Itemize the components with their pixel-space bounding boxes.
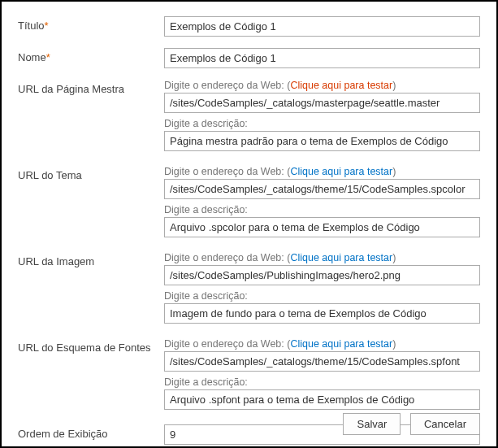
test-link-font[interactable]: Clique aqui para testar <box>290 338 392 350</box>
hint-font-desc: Digite a descrição: <box>164 376 480 388</box>
row-image-url: URL da Imagem Digite o endereço da Web: … <box>18 252 480 324</box>
row-font-url: URL do Esquema de Fontes Digite o endere… <box>18 338 480 410</box>
title-input[interactable] <box>164 16 480 37</box>
row-theme-url: URL do Tema Digite o endereço da Web: (C… <box>18 166 480 237</box>
row-master-url: URL da Página Mestra Digite o endereço d… <box>18 80 480 151</box>
form-frame: Título* Nome* URL da Página Mestra Digit… <box>0 0 498 448</box>
master-desc-input[interactable] <box>164 131 480 151</box>
test-link-theme[interactable]: Clique aqui para testar <box>290 166 392 177</box>
required-mark: * <box>46 51 50 63</box>
label-name: Nome* <box>18 48 164 63</box>
row-name: Nome* <box>18 48 480 68</box>
save-button[interactable]: Salvar <box>343 413 401 435</box>
theme-url-input[interactable] <box>164 179 480 199</box>
cancel-button[interactable]: Cancelar <box>410 413 480 435</box>
label-image-url: URL da Imagem <box>18 252 164 267</box>
button-bar: Salvar Cancelar <box>336 413 480 435</box>
image-url-input[interactable] <box>164 265 480 285</box>
image-desc-input[interactable] <box>164 303 480 324</box>
test-link-master[interactable]: Clique aqui para testar <box>290 80 392 91</box>
label-master-url: URL da Página Mestra <box>18 80 164 95</box>
master-url-input[interactable] <box>164 93 480 113</box>
hint-theme-desc: Digite a descrição: <box>164 204 480 215</box>
hint-image-address: Digite o endereço da Web: (Clique aqui p… <box>164 252 480 263</box>
hint-font-address: Digite o endereço da Web: (Clique aqui p… <box>164 338 480 350</box>
hint-image-desc: Digite a descrição: <box>164 290 480 302</box>
hint-master-desc: Digite a descrição: <box>164 118 480 129</box>
font-desc-input[interactable] <box>164 389 480 410</box>
required-mark: * <box>45 20 49 32</box>
name-input[interactable] <box>164 48 480 68</box>
label-display-order: Ordem de Exibição <box>18 424 164 440</box>
hint-master-address: Digite o endereço da Web: (Clique aqui p… <box>164 80 480 91</box>
font-url-input[interactable] <box>164 351 480 372</box>
row-title: Título* <box>18 16 480 37</box>
label-font-url: URL do Esquema de Fontes <box>18 338 164 354</box>
theme-desc-input[interactable] <box>164 217 480 237</box>
test-link-image[interactable]: Clique aqui para testar <box>290 252 392 263</box>
label-title: Título* <box>18 16 164 32</box>
hint-theme-address: Digite o endereço da Web: (Clique aqui p… <box>164 166 480 177</box>
label-theme-url: URL do Tema <box>18 166 164 181</box>
